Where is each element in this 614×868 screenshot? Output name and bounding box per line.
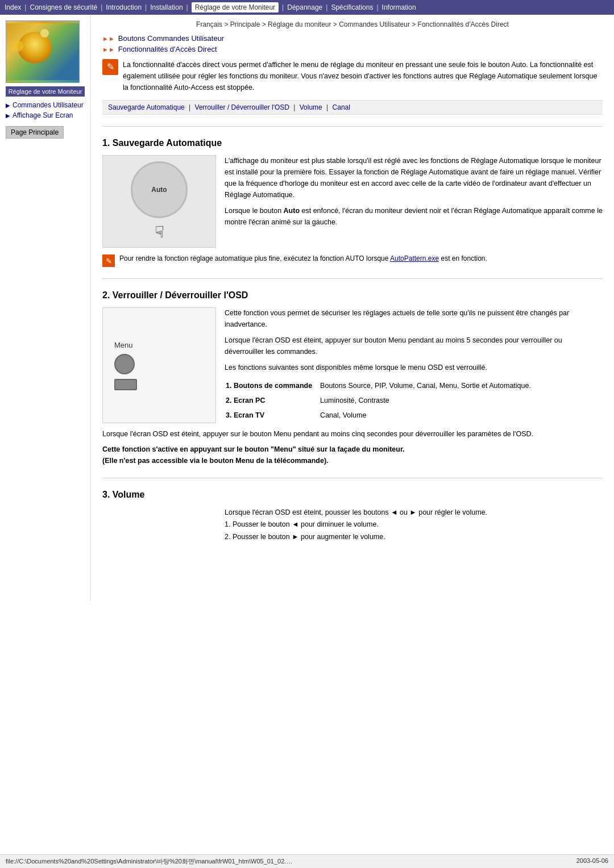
sidebar-links: ▶ Commandes Utilisateur ▶ Affichage Sur …	[6, 101, 85, 119]
section3-content: Lorsque l'écran OSD est éteint, pousser …	[102, 507, 603, 543]
section2-content: Menu Cette fonction vous permet de sécur…	[102, 307, 603, 423]
divider-3	[102, 478, 603, 478]
sidebar-item-affichage[interactable]: ▶ Affichage Sur Ecran	[6, 111, 85, 119]
osd-round-icon	[114, 354, 135, 374]
divider-2	[102, 278, 603, 279]
section-link-canal[interactable]: Canal	[333, 103, 350, 111]
section2-title: 2. Verrouiller / Déverrouiller l'OSD	[102, 290, 603, 301]
section1-title: 1. Sauvegarde Automatique	[102, 138, 603, 148]
autopattern-link[interactable]: AutoPattern.exe	[390, 254, 439, 262]
bottom-spacer	[102, 550, 603, 595]
sidebar-label: Réglage de votre Moniteur	[6, 86, 85, 97]
table-row: 3. Ecran TV Canal, Volume	[226, 408, 536, 422]
osd-rect-icon	[114, 379, 137, 390]
nav-reglage-active[interactable]: Réglage de votre Moniteur	[192, 2, 279, 12]
sidebar-item-commandes[interactable]: ▶ Commandes Utilisateur	[6, 101, 85, 109]
nav-specifications[interactable]: Spécifications	[331, 3, 373, 11]
table-row: 1. Boutons de commande Boutons Source, P…	[226, 379, 536, 393]
section-link-volume[interactable]: Volume	[300, 103, 322, 111]
divider-1	[102, 126, 603, 127]
section2-text: Cette fonction vous permet de sécuriser …	[225, 307, 603, 423]
osd-menu-label: Menu	[114, 341, 133, 349]
breadcrumb: Français > Principale > Réglage du monit…	[102, 20, 603, 28]
nav-introduction[interactable]: Introduction	[106, 3, 142, 11]
note-icon: ✎	[102, 59, 118, 75]
section2-image: Menu	[102, 307, 216, 423]
nav-index[interactable]: Index	[5, 3, 21, 11]
section3-text: Lorsque l'écran OSD est éteint, pousser …	[225, 507, 603, 543]
dbl-arrow-icon-1: ►►	[102, 35, 115, 42]
section-link-verrouiller[interactable]: Verrouiller / Déverrouiller l'OSD	[195, 103, 289, 111]
section-links-bar: Sauvegarde Automatique | Verrouiller / D…	[102, 100, 603, 115]
section1-image: Auto ☟	[102, 155, 216, 248]
top-navigation: Index | Consignes de sécurité | Introduc…	[0, 0, 614, 15]
nav-securite[interactable]: Consignes de sécurité	[30, 3, 97, 11]
section1-content: Auto ☟ L'affichage du moniteur est plus …	[102, 155, 603, 248]
main-layout: Réglage de votre Moniteur ▶ Commandes Ut…	[0, 15, 614, 601]
nav-depannage[interactable]: Dépannage	[287, 3, 322, 11]
section3-title: 3. Volume	[102, 490, 603, 500]
sidebar-image	[6, 20, 80, 83]
auto-button-image: Auto	[131, 161, 188, 218]
arrow-icon-2: ▶	[6, 112, 10, 119]
hand-icon: ☟	[155, 223, 164, 241]
nav-installation[interactable]: Installation	[150, 3, 182, 11]
quick-link-boutons[interactable]: ►► Boutons Commandes Utilisateur	[102, 34, 603, 43]
quick-links: ►► Boutons Commandes Utilisateur ►► Fonc…	[102, 34, 603, 53]
section2-footer: Lorsque l'écran OSD est éteint, appuyer …	[102, 430, 603, 438]
dbl-arrow-icon-2: ►►	[102, 46, 115, 53]
section1-text: L'affichage du moniteur est plus stable …	[225, 155, 603, 248]
osd-table: 1. Boutons de commande Boutons Source, P…	[225, 378, 603, 423]
table-row: 2. Ecran PC Luminosité, Contraste	[226, 394, 536, 407]
quick-link-fonctionnalites[interactable]: ►► Fonctionnalités d'Accès Direct	[102, 45, 603, 53]
section-link-sauvegarde[interactable]: Sauvegarde Automatique	[108, 103, 185, 111]
content-area: Français > Principale > Réglage du monit…	[91, 15, 614, 601]
intro-note: ✎ La fonctionnalité d'accès direct vous …	[102, 59, 603, 93]
section1-note: ✎ Pour rendre la fonction réglage automa…	[102, 254, 603, 267]
sidebar: Réglage de votre Moniteur ▶ Commandes Ut…	[0, 15, 91, 601]
nav-information[interactable]: Information	[382, 3, 416, 11]
intro-note-text: La fonctionnalité d'accès direct vous pe…	[123, 59, 603, 93]
section3-image	[102, 507, 216, 543]
section1-note-text: Pour rendre la fonction réglage automati…	[119, 254, 487, 262]
note-icon-sm: ✎	[102, 254, 115, 267]
section2-important: Cette fonction s'active en appuyant sur …	[102, 444, 603, 466]
page-principale-button[interactable]: Page Principale	[6, 126, 64, 139]
arrow-icon: ▶	[6, 102, 10, 108]
